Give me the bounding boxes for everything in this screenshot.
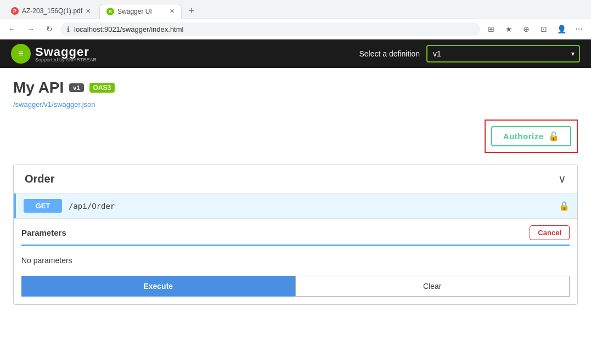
cancel-button[interactable]: Cancel xyxy=(530,225,570,240)
swagger-logo-icon: ≡ xyxy=(11,44,31,64)
endpoint-path: /api/Order xyxy=(69,202,552,211)
section-title-order: Order xyxy=(25,173,558,185)
address-bar[interactable]: ℹ localhost:9021/swagger/index.html xyxy=(60,22,480,36)
swagger-logo-text-block: Swagger Supported by SMARTBEAR xyxy=(35,45,97,62)
definition-select[interactable]: v1 v2 xyxy=(426,45,580,62)
api-spec-link[interactable]: /swagger/v1/swagger.json xyxy=(13,100,95,109)
settings-icon[interactable]: ⋯ xyxy=(571,21,587,37)
swagger-logo-subtitle: Supported by SMARTBEAR xyxy=(35,57,97,62)
section-header-order[interactable]: Order ∨ xyxy=(14,164,577,194)
profile-icon[interactable]: 👤 xyxy=(554,21,569,37)
address-text: localhost:9021/swagger/index.html xyxy=(74,25,183,33)
tab-pdf[interactable]: P AZ-203_156Q(1).pdf ✕ xyxy=(4,4,97,18)
back-button[interactable]: ← xyxy=(4,21,20,37)
swagger-header: ≡ Swagger Supported by SMARTBEAR Select … xyxy=(0,39,591,68)
tab-pdf-close[interactable]: ✕ xyxy=(86,8,91,15)
browser-titlebar: P AZ-203_156Q(1).pdf ✕ S Swagger UI ✕ + xyxy=(0,0,591,19)
order-section: Order ∨ GET /api/Order 🔒 Parameters Canc… xyxy=(13,164,578,305)
tab-swagger-favicon: S xyxy=(106,8,114,15)
section-chevron-order: ∨ xyxy=(558,172,566,185)
authorize-lock-icon: 🔓 xyxy=(548,131,560,141)
swagger-header-right: Select a definition v1 v2 ▾ xyxy=(359,45,580,62)
api-title-row: My API v1 OAS3 xyxy=(13,79,578,96)
definition-select-wrapper: v1 v2 ▾ xyxy=(426,45,580,62)
reading-list-icon[interactable]: ⊕ xyxy=(519,21,534,37)
clear-button[interactable]: Clear xyxy=(295,276,570,297)
tab-pdf-label: AZ-203_156Q(1).pdf xyxy=(22,7,82,15)
tab-pdf-favicon: P xyxy=(11,7,19,15)
toolbar-actions: ⊞ ★ ⊕ ⊡ 👤 ⋯ xyxy=(483,21,587,37)
address-info-icon: ℹ xyxy=(67,25,70,33)
api-title: My API xyxy=(13,79,64,96)
authorize-button[interactable]: Authorize 🔓 xyxy=(491,126,571,146)
badge-v1: v1 xyxy=(69,83,83,92)
split-screen-icon[interactable]: ⊞ xyxy=(483,21,499,37)
collections-icon[interactable]: ⊡ xyxy=(536,21,551,37)
select-definition-label: Select a definition xyxy=(359,49,420,58)
favorites-icon[interactable]: ★ xyxy=(501,21,516,37)
reload-button[interactable]: ↻ xyxy=(42,21,57,37)
authorize-area: Authorize 🔓 xyxy=(13,120,578,153)
tab-swagger[interactable]: S Swagger UI ✕ xyxy=(99,4,182,19)
authorize-highlight-box: Authorize 🔓 xyxy=(485,120,578,153)
swagger-content: My API v1 OAS3 /swagger/v1/swagger.json … xyxy=(0,68,591,322)
endpoint-lock-icon: 🔒 xyxy=(559,201,570,211)
execute-button[interactable]: Execute xyxy=(21,276,295,297)
method-badge-get: GET xyxy=(24,199,62,213)
browser-chrome: P AZ-203_156Q(1).pdf ✕ S Swagger UI ✕ + … xyxy=(0,0,591,39)
tab-swagger-label: Swagger UI xyxy=(117,8,152,15)
endpoint-body: Parameters Cancel No parameters Execute … xyxy=(14,218,577,304)
new-tab-button[interactable]: + xyxy=(184,3,199,19)
endpoint-row-get-order[interactable]: GET /api/Order 🔒 xyxy=(14,194,577,218)
action-buttons: Execute Clear xyxy=(21,276,570,297)
forward-button[interactable]: → xyxy=(23,21,38,37)
swagger-logo: ≡ Swagger Supported by SMARTBEAR xyxy=(11,44,97,64)
params-title: Parameters xyxy=(21,228,66,237)
browser-toolbar: ← → ↻ ℹ localhost:9021/swagger/index.htm… xyxy=(0,19,591,39)
authorize-label: Authorize xyxy=(503,132,544,141)
no-params-text: No parameters xyxy=(21,253,570,270)
badge-oas3: OAS3 xyxy=(89,83,115,93)
tab-swagger-close[interactable]: ✕ xyxy=(170,8,175,15)
params-header: Parameters Cancel xyxy=(21,219,570,246)
api-title-area: My API v1 OAS3 /swagger/v1/swagger.json xyxy=(13,79,578,109)
